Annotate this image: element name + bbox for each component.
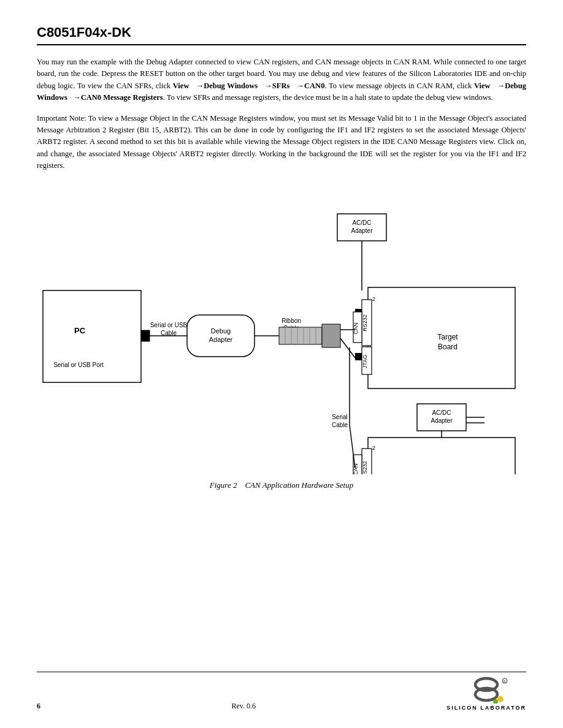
acdc-label1b: Adapter	[351, 227, 373, 234]
pc-connector	[141, 330, 150, 341]
serial-cable-bottom-label2: Cable	[332, 422, 348, 428]
figure-title: CAN Application Hardware Setup	[245, 480, 353, 490]
footer-logo: R SILICON LABORATOR	[446, 676, 526, 711]
debug-adapter-label1: Debug	[211, 327, 231, 335]
rs232-num2: 2	[372, 445, 375, 451]
bold-view1: View	[173, 82, 190, 90]
rs232-num1: 2	[372, 296, 375, 302]
jtag-label1: JTAG	[362, 355, 368, 368]
target-board-label2a: Target	[437, 474, 458, 474]
logo-dot-yellow	[497, 696, 504, 702]
serial-cable-label: Serial or USB	[150, 322, 188, 328]
bottom-board-line	[350, 425, 355, 468]
arrow5: →CAN0 Message Registers	[73, 93, 163, 102]
target-board-label1a: Target	[437, 333, 458, 341]
serial-cable-label2: Cable	[161, 330, 177, 336]
acdc-label2b: Adapter	[431, 417, 453, 424]
page: C8051F04x-DK You may run the example wit…	[0, 0, 563, 728]
logo-r-text: R	[504, 680, 506, 683]
acdc-label1a: AC/DC	[352, 219, 371, 226]
arrow1: →Debug Windows	[196, 82, 258, 90]
arrow2: →SFRs	[264, 82, 289, 90]
rs232-label2: RS232	[362, 461, 368, 475]
serial-cable-bottom-label: Serial	[332, 414, 348, 420]
company-name: SILICON LABORATOR	[446, 705, 526, 711]
silicon-labs-logo-svg: R	[465, 676, 508, 703]
jtag-connector1	[355, 353, 362, 360]
figure-caption: Figure 2 CAN Application Hardware Setup	[37, 480, 526, 490]
paragraph-2: Important Note: To view a Message Object…	[37, 113, 526, 172]
serial-port-label: Serial or USB Port	[53, 362, 104, 368]
target-board2	[368, 438, 515, 474]
page-title: C8051F04x-DK	[37, 25, 526, 45]
acdc-label2a: AC/DC	[432, 409, 451, 416]
debug-adapter-label2: Adapter	[209, 336, 233, 343]
can-label1: CAN	[353, 323, 359, 335]
diagram-area: PC Serial or USB Port Serial or USB Cabl…	[37, 180, 526, 474]
target-board-label1b: Board	[438, 343, 458, 351]
footer-revision: Rev. 0.6	[231, 702, 256, 711]
pc-box	[43, 290, 141, 382]
pc-label: PC	[74, 326, 86, 335]
footer: 6 Rev. 0.6 R SILICON LABORATOR	[37, 672, 526, 711]
arrow3: →CAN0	[297, 82, 325, 90]
diagram-svg: PC Serial or USB Port Serial or USB Cabl…	[37, 180, 526, 474]
connector-block	[322, 324, 340, 347]
ribbon-cable-label: Ribbon	[282, 317, 301, 324]
footer-page-number: 6	[37, 702, 40, 711]
paragraph-1: You may run the example with the Debug A…	[37, 56, 526, 104]
bold-view2: View	[474, 82, 491, 90]
rs232-label1: RS232	[362, 315, 368, 332]
figure-number: Figure 2	[210, 480, 237, 490]
can-label2: CAN	[353, 464, 359, 475]
